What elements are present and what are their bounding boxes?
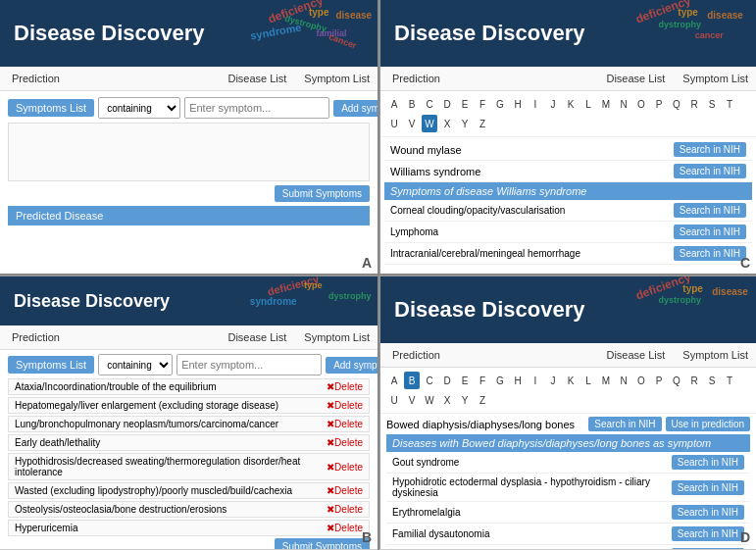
nav-disease-list-c[interactable]: Disease List: [606, 73, 665, 84]
submit-symptoms-btn-b[interactable]: Submit Symptoms: [275, 538, 370, 549]
alpha-btn-j-c[interactable]: J: [545, 95, 561, 113]
symptom-name-c: Corneal clouding/opacity/vascularisation: [390, 205, 565, 216]
delete-btn-b[interactable]: ✖Delete: [327, 504, 363, 515]
search-nih-symptom-c[interactable]: Search in NIH: [674, 203, 746, 218]
delete-btn-b[interactable]: ✖Delete: [327, 400, 363, 411]
alpha-btn-e-d[interactable]: E: [457, 372, 473, 389]
alpha-btn-p-d[interactable]: P: [651, 372, 667, 389]
alpha-btn-i-d[interactable]: I: [528, 372, 543, 389]
search-nih-symptom-c[interactable]: Search in NIH: [674, 225, 746, 239]
alpha-btn-j-d[interactable]: J: [545, 372, 561, 389]
alpha-btn-r-d[interactable]: R: [686, 372, 702, 389]
symptom-text-b: Lung/bronchopulmonary neoplasm/tumors/ca…: [15, 419, 327, 429]
alpha-btn-w-c[interactable]: W: [422, 115, 437, 132]
alpha-btn-p-c[interactable]: P: [651, 95, 667, 113]
alpha-btn-r-c[interactable]: R: [686, 95, 702, 113]
quadrant-label-b: B: [362, 529, 372, 545]
nav-symptom-list-d[interactable]: Symptom List: [682, 349, 748, 361]
search-nih-symptom-c[interactable]: Search in NIH: [674, 246, 746, 261]
delete-btn-b[interactable]: ✖Delete: [327, 437, 363, 448]
alpha-btn-h-d[interactable]: H: [510, 372, 526, 389]
alpha-btn-g-d[interactable]: G: [492, 372, 508, 389]
alpha-btn-u-c[interactable]: U: [386, 115, 402, 132]
alpha-btn-m-c[interactable]: M: [598, 95, 614, 113]
alpha-btn-h-c[interactable]: H: [510, 95, 526, 113]
nav-disease-list-d[interactable]: Disease List: [606, 349, 665, 361]
alpha-btn-o-c[interactable]: O: [633, 95, 649, 113]
search-nih-d[interactable]: Search in NIH: [672, 526, 744, 541]
search-nih-c[interactable]: Search in NIH: [674, 164, 746, 178]
alpha-btn-f-d[interactable]: F: [475, 372, 490, 389]
alpha-btn-l-d[interactable]: L: [580, 372, 596, 389]
containing-select-a[interactable]: containing starting with ending with: [98, 97, 180, 119]
alpha-btn-d-c[interactable]: D: [439, 95, 455, 113]
alpha-btn-q-c[interactable]: Q: [669, 95, 684, 113]
alpha-btn-w-d[interactable]: W: [422, 391, 437, 409]
alpha-btn-d-d[interactable]: D: [439, 372, 455, 389]
alpha-btn-t-d[interactable]: T: [722, 372, 737, 389]
submit-symptoms-btn-a[interactable]: Submit Symptoms: [275, 185, 370, 202]
alpha-btn-s-d[interactable]: S: [704, 372, 720, 389]
search-nih-c[interactable]: Search in NIH: [674, 142, 746, 157]
symptoms-label-b: Symptoms List: [8, 356, 94, 374]
alpha-btn-y-c[interactable]: Y: [457, 115, 473, 132]
search-nih-d[interactable]: Search in NIH: [672, 480, 744, 495]
nav-prediction-b[interactable]: Prediction: [8, 329, 64, 345]
symptom-name-d: Bowed diaphysis/diaphyses/long bones: [386, 419, 584, 430]
alpha-bar-d: ABCDEFGHIJKLMNOPQRSTUVWXYZ: [380, 368, 756, 414]
enter-symptom-a[interactable]: [184, 97, 329, 119]
alpha-btn-x-c[interactable]: X: [439, 115, 455, 132]
alpha-btn-z-c[interactable]: Z: [475, 115, 490, 132]
alpha-btn-v-c[interactable]: V: [404, 115, 420, 132]
nav-prediction-d[interactable]: Prediction: [388, 347, 444, 363]
alpha-btn-b-c[interactable]: B: [404, 95, 420, 113]
delete-btn-b[interactable]: ✖Delete: [327, 462, 363, 473]
alpha-btn-z-d[interactable]: Z: [475, 391, 490, 409]
alpha-btn-f-c[interactable]: F: [475, 95, 490, 113]
delete-btn-b[interactable]: ✖Delete: [327, 381, 363, 392]
alpha-btn-b-d[interactable]: B: [404, 372, 420, 389]
alpha-btn-k-d[interactable]: K: [563, 372, 579, 389]
search-nih-btn-d[interactable]: Search in NIH: [588, 417, 661, 431]
alpha-btn-c-d[interactable]: C: [422, 372, 437, 389]
alpha-btn-o-d[interactable]: O: [633, 372, 649, 389]
alpha-btn-s-c[interactable]: S: [704, 95, 720, 113]
nav-disease-list-b[interactable]: Disease List: [227, 331, 286, 343]
use-prediction-btn-d[interactable]: Use in prediction: [666, 417, 750, 431]
symptom-text-b: Wasted (excluding lipodystrophy)/poorly …: [15, 485, 327, 496]
nav-prediction-a[interactable]: Prediction: [8, 71, 64, 86]
nav-disease-list-a[interactable]: Disease List: [227, 73, 286, 84]
alpha-btn-t-c[interactable]: T: [722, 95, 737, 113]
alpha-btn-q-d[interactable]: Q: [669, 372, 684, 389]
delete-btn-b[interactable]: ✖Delete: [327, 485, 363, 496]
nav-prediction-c[interactable]: Prediction: [388, 71, 444, 86]
alpha-btn-n-c[interactable]: N: [616, 95, 631, 113]
alpha-btn-g-c[interactable]: G: [492, 95, 508, 113]
alpha-btn-i-c[interactable]: I: [528, 95, 543, 113]
alpha-btn-m-d[interactable]: M: [598, 372, 614, 389]
delete-btn-b[interactable]: ✖Delete: [327, 419, 363, 429]
add-symptom-btn-b[interactable]: Add symptom: [326, 357, 378, 374]
alpha-btn-a-c[interactable]: A: [386, 95, 402, 113]
search-nih-d[interactable]: Search in NIH: [672, 548, 744, 549]
containing-select-b[interactable]: containing: [98, 354, 173, 375]
alpha-btn-n-d[interactable]: N: [616, 372, 631, 389]
alpha-btn-x-d[interactable]: X: [439, 391, 455, 409]
search-nih-d[interactable]: Search in NIH: [672, 505, 744, 520]
alpha-btn-a-d[interactable]: A: [386, 372, 402, 389]
nav-symptom-list-c[interactable]: Symptom List: [682, 73, 748, 84]
alpha-btn-e-c[interactable]: E: [457, 95, 473, 113]
nav-symptom-list-a[interactable]: Symptom List: [304, 73, 370, 84]
alpha-btn-l-c[interactable]: L: [580, 95, 596, 113]
alpha-btn-y-d[interactable]: Y: [457, 391, 473, 409]
nav-symptom-list-b[interactable]: Symptom List: [304, 331, 370, 343]
search-nih-d[interactable]: Search in NIH: [672, 455, 744, 470]
delete-btn-b[interactable]: ✖Delete: [327, 523, 363, 533]
alpha-btn-k-c[interactable]: K: [563, 95, 579, 113]
alpha-btn-v-d[interactable]: V: [404, 391, 420, 409]
alpha-btn-c-c[interactable]: C: [422, 95, 437, 113]
add-symptom-btn-a[interactable]: Add symptom: [333, 100, 378, 117]
alpha-bar-c: ABCDEFGHIJKLMNOPQRSTUVWXYZ: [380, 91, 756, 137]
alpha-btn-u-d[interactable]: U: [386, 391, 402, 409]
enter-symptom-b[interactable]: [176, 354, 322, 375]
